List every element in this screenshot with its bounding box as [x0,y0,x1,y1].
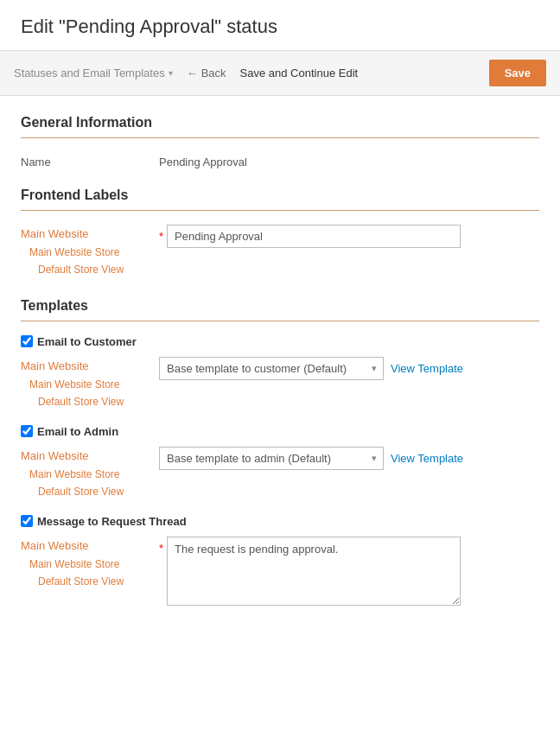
templates-divider [21,321,539,321]
mr-default-store-view: Default Store View [21,573,159,590]
email-admin-store-col: Main Website Main Website Store Default … [21,447,159,501]
breadcrumb-button[interactable]: Statuses and Email Templates ▾ [14,67,173,79]
ea-main-website: Main Website [21,447,159,466]
back-label: Back [201,67,226,79]
ec-main-website-store: Main Website Store [21,376,159,393]
frontend-labels-title: Frontend Labels [21,187,539,203]
email-customer-view-template-link[interactable]: View Template [391,362,463,375]
general-divider [21,137,539,138]
frontend-store-label: Main Website Main Website Store Default … [21,225,159,279]
email-admin-checkbox[interactable] [21,425,33,437]
email-admin-select-wrapper: Base template to admin (Default) View Te… [159,447,463,470]
mr-store-col: Main Website Main Website Store Default … [21,537,159,591]
ec-default-store-view: Default Store View [21,393,159,410]
email-customer-row: Email to Customer [21,335,539,348]
email-customer-select-wrapper: Base template to customer (Default) View… [159,357,463,380]
back-button[interactable]: ← Back [187,67,226,79]
ec-main-website: Main Website [21,357,159,376]
message-request-row: Message to Request Thread [21,515,539,528]
email-admin-template-row: Main Website Main Website Store Default … [21,447,539,501]
frontend-labels-divider [21,210,539,211]
frontend-main-website-store: Main Website Store [21,244,159,261]
email-customer-template-row: Main Website Main Website Store Default … [21,357,539,411]
ea-main-website-store: Main Website Store [21,466,159,483]
frontend-main-website: Main Website [21,225,159,244]
name-label: Name [21,152,159,168]
chevron-down-icon: ▾ [169,68,173,78]
email-customer-select-container: Base template to customer (Default) [159,357,384,380]
ea-default-store-view: Default Store View [21,483,159,500]
frontend-default-store-view: Default Store View [21,261,159,278]
toolbar-left: Statuses and Email Templates ▾ ← Back Sa… [14,67,482,79]
message-request-template-row: Main Website Main Website Store Default … [21,537,539,606]
frontend-labels-block: Main Website Main Website Store Default … [21,225,539,279]
email-admin-row: Email to Admin [21,425,539,438]
mr-required-star: * [159,537,163,555]
message-request-checkbox[interactable] [21,515,33,527]
mr-main-website-store: Main Website Store [21,556,159,573]
breadcrumb-label: Statuses and Email Templates [14,67,165,79]
name-value: Pending Approval [159,152,247,168]
save-continue-button[interactable]: Save and Continue Edit [240,67,359,79]
toolbar: Statuses and Email Templates ▾ ← Back Sa… [0,50,560,96]
email-customer-store-col: Main Website Main Website Store Default … [21,357,159,411]
email-customer-checkbox[interactable] [21,335,33,347]
message-request-label: Message to Request Thread [37,515,187,528]
page-title: Edit "Pending Approval" status [0,0,560,50]
save-button[interactable]: Save [489,60,546,86]
back-arrow-icon: ← [187,67,198,79]
general-info-title: General Information [21,115,539,130]
required-star: * [159,225,163,243]
email-admin-label: Email to Admin [37,425,118,438]
email-admin-select[interactable]: Base template to admin (Default) [159,447,384,470]
templates-title: Templates [21,298,539,314]
email-admin-view-template-link[interactable]: View Template [391,452,463,465]
email-customer-select[interactable]: Base template to customer (Default) [159,357,384,380]
name-field-row: Name Pending Approval [21,152,539,168]
frontend-label-input[interactable] [167,225,461,248]
message-request-textarea[interactable]: The request is pending approval. [167,537,461,606]
email-customer-label: Email to Customer [37,335,137,348]
mr-main-website: Main Website [21,537,159,556]
email-admin-select-container: Base template to admin (Default) [159,447,384,470]
content: General Information Name Pending Approva… [0,115,560,637]
